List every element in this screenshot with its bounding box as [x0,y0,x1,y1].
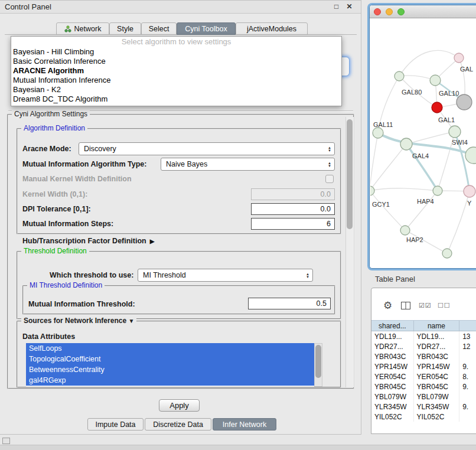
mi-type-select[interactable]: Naive Bayes ▲▼ [161,158,335,171]
network-edge[interactable] [370,144,406,191]
network-node-label: GAL1 [438,116,455,123]
zoom-traffic-light-icon[interactable] [397,8,405,15]
network-edge[interactable] [370,191,405,230]
network-node-label: GAL4 [412,152,429,159]
network-edge[interactable] [399,50,459,76]
tab-select[interactable]: Select [141,22,177,35]
algorithm-option[interactable]: ARACNE Algorithm [11,66,341,76]
algorithm-option[interactable]: Mutual Information Inference [11,76,341,85]
tab-discretize-data[interactable]: Discretize Data [145,418,211,431]
network-edge[interactable] [447,191,470,253]
float-window-icon[interactable]: □ [332,2,341,11]
which-threshold-select[interactable]: MI Threshold ▲▼ [138,269,313,282]
network-node[interactable] [400,138,412,150]
tab-impute-data[interactable]: Impute Data [87,418,144,431]
algorithm-option[interactable]: Bayesian - Hill Climbing [11,47,341,57]
which-threshold-label: Which threshold to use: [50,271,133,279]
data-attribute-item[interactable]: gal4RGexp [26,375,314,386]
algorithm-option[interactable]: Bayesian - K2 [11,85,341,94]
table-cell: YBR045C [414,381,460,392]
data-attribute-item[interactable]: SelfLoops [26,343,314,354]
mi-threshold-field[interactable]: 0.5 [248,298,331,309]
table-row[interactable]: YDR27...YDR27...12 [371,341,476,351]
close-window-icon[interactable]: ✕ [345,2,354,11]
network-node[interactable] [430,75,441,86]
network-node[interactable] [464,185,475,197]
attributes-scrollbar-thumb[interactable] [315,345,321,378]
sources-group-title[interactable]: Sources for Network Inference ▼ [21,317,136,325]
network-node[interactable] [433,186,442,195]
table-row[interactable]: YBR045CYBR045C9. [371,381,476,392]
network-edge[interactable] [406,132,455,144]
select-all-columns-icon[interactable]: ☑☑ [419,302,432,309]
column-header[interactable]: shared... [371,321,414,331]
window-gripper[interactable] [2,438,10,444]
algorithm-definition-title: Algorithm Definition [21,124,87,132]
table-cell: 9. [459,381,476,392]
table-cell: YDL19... [371,331,414,341]
network-node[interactable] [432,102,442,113]
tab-style-label: Style [117,25,133,33]
network-edge[interactable] [405,191,438,230]
aracne-mode-select[interactable]: Discovery ▲▼ [79,142,335,155]
deselect-all-columns-icon[interactable]: ☐☐ [438,302,451,309]
table-cell: YBR043C [371,351,414,361]
network-node[interactable] [465,147,476,164]
settings-scrollbar-thumb[interactable] [347,119,353,229]
network-node-label: GAL11 [373,121,393,128]
network-node[interactable] [395,71,404,81]
table-row[interactable]: YIL052CYIL052C [371,412,476,422]
mi-steps-field[interactable]: 6 [251,218,335,230]
algorithm-option[interactable]: Dream8 DC_TDC Algorithm [11,94,341,104]
network-node[interactable] [373,128,383,138]
collapse-right-icon[interactable]: ▶ [150,238,155,244]
table-row[interactable]: YBL079WYBL079W [371,392,476,402]
manual-kernel-label: Manual Kernel Width Definition [22,175,132,183]
control-panel-window: Control Panel □ ✕ Network Style Select C… [0,0,361,435]
tab-infer-network[interactable]: Infer Network [213,418,276,431]
gear-icon[interactable]: ⚙ [383,299,392,312]
close-traffic-light-icon[interactable] [374,8,381,15]
network-edge[interactable] [370,188,438,191]
column-header[interactable]: name [414,321,460,331]
network-node[interactable] [454,53,464,63]
network-edge[interactable] [406,144,438,191]
algorithm-option[interactable]: Basic Correlation Inference [11,57,341,66]
tab-cyni-toolbox[interactable]: Cyni Toolbox [177,22,236,35]
apply-button[interactable]: Apply [159,399,200,412]
table-cell: 13 [459,331,476,341]
network-node[interactable] [370,186,374,195]
network-canvas[interactable]: GALGAL80GAL10GAL11GAL1SWI4GAL4GCY1HAP4YH… [370,18,476,269]
tab-network[interactable]: Network [56,22,109,35]
hub-definition-label[interactable]: Hub/Transcription Factor Definition▶ [22,237,154,245]
table-row[interactable]: YER054CYER054C8. [371,371,476,381]
collapse-down-icon[interactable]: ▼ [128,318,134,324]
network-node-label: GAL10 [439,90,459,97]
screen: Control Panel □ ✕ Network Style Select C… [0,0,476,450]
data-attribute-item[interactable]: TopologicalCoefficient [26,354,314,364]
network-node-label: GAL80 [402,89,422,96]
dpi-tolerance-field[interactable]: 0.0 [251,203,335,215]
table-row[interactable]: YDL19...YDL19...13 [371,331,476,341]
network-node[interactable] [400,226,410,235]
table-cell: YDR27... [414,341,460,351]
network-tab-icon [64,25,71,32]
minimize-traffic-light-icon[interactable] [386,8,393,15]
column-chooser-icon[interactable] [401,301,410,312]
network-edge[interactable] [370,133,378,191]
column-header[interactable] [459,321,476,331]
control-panel-title: Control Panel [5,2,51,11]
tab-jactivemodules-label: jActiveModules [247,25,296,33]
table-row[interactable]: YPR145WYPR145W9. [371,361,476,371]
network-node[interactable] [449,126,461,138]
table-cell: YPR145W [371,361,414,371]
data-attribute-item[interactable]: BetweennessCentrality [26,364,314,375]
network-window-titlebar[interactable] [370,5,476,18]
tab-style[interactable]: Style [109,22,141,35]
table-cell: YBL079W [371,392,414,402]
network-node[interactable] [442,249,452,258]
cyni-algorithm-settings-title: Cyni Algorithm Settings [12,110,90,118]
table-row[interactable]: YLR345WYLR345W9. [371,402,476,412]
tab-jactivemodules[interactable]: jActiveModules [236,22,308,35]
table-row[interactable]: YBR043CYBR043C [371,351,476,361]
